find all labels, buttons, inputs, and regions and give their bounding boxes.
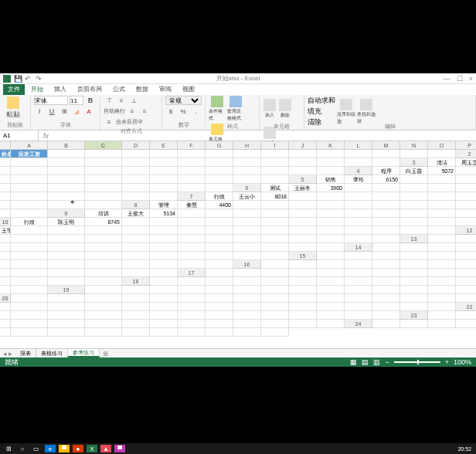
cell-K3[interactable] <box>150 167 178 175</box>
cell-Q17[interactable] <box>85 277 122 286</box>
add-sheet-button[interactable]: ⊕ <box>100 350 112 357</box>
cell-E16[interactable] <box>372 260 400 269</box>
cell-L5[interactable] <box>48 184 85 192</box>
cell-B18[interactable] <box>178 277 206 286</box>
cell-A20[interactable] <box>11 294 48 303</box>
redo-icon[interactable]: ↷ <box>36 75 43 83</box>
cell-H1[interactable] <box>178 150 206 158</box>
cell-J5[interactable] <box>0 184 11 192</box>
cell-C1[interactable]: 应发工资 <box>11 150 48 158</box>
number-format-select[interactable]: 常规 <box>165 96 202 105</box>
cell-A13[interactable] <box>428 235 456 243</box>
cell-C7[interactable]: 8018 <box>261 192 289 201</box>
cell-B20[interactable] <box>48 294 85 303</box>
edge-icon[interactable]: e <box>45 445 56 452</box>
find-select-button[interactable]: 查找和选择 <box>357 99 376 125</box>
cell-D6[interactable] <box>345 184 372 192</box>
tab-insert[interactable]: 插入 <box>49 83 71 95</box>
cell-P14[interactable] <box>233 252 261 260</box>
cell-D9[interactable] <box>178 209 206 218</box>
cell-N21[interactable] <box>345 303 372 311</box>
percent-button[interactable]: % <box>178 107 189 116</box>
cell-P24[interactable] <box>233 328 261 337</box>
cell-G7[interactable] <box>372 192 400 201</box>
cell-H21[interactable] <box>178 303 206 311</box>
cell-Q6[interactable] <box>150 192 178 201</box>
cell-L19[interactable] <box>400 286 428 294</box>
cell-E18[interactable] <box>261 277 289 286</box>
cell-P8[interactable] <box>0 209 11 218</box>
cell-A19[interactable] <box>85 286 122 294</box>
cell-H2[interactable] <box>122 158 150 167</box>
cell-J10[interactable] <box>289 218 317 226</box>
cell-G20[interactable] <box>206 294 233 303</box>
search-icon[interactable]: ○ <box>17 445 28 452</box>
cell-L13[interactable] <box>178 243 206 252</box>
cell-L12[interactable] <box>233 235 261 243</box>
cell-D17[interactable] <box>289 269 317 277</box>
cell-L14[interactable] <box>122 252 150 260</box>
cell-K14[interactable] <box>85 252 122 260</box>
cell-P20[interactable] <box>456 294 476 303</box>
cell-A5[interactable]: 销售 <box>317 175 345 184</box>
cell-N5[interactable] <box>122 184 150 192</box>
cell-D21[interactable] <box>48 303 85 311</box>
cell-A24[interactable] <box>372 320 400 328</box>
col-header-E[interactable]: E <box>150 141 178 150</box>
cell-A8[interactable]: 管理 <box>150 201 178 209</box>
cell-F18[interactable] <box>289 277 317 286</box>
cell-H11[interactable] <box>178 226 206 235</box>
cell-N14[interactable] <box>178 252 206 260</box>
cell-E1[interactable] <box>85 150 122 158</box>
row-header-14[interactable]: 14 <box>345 243 372 252</box>
cell-J7[interactable] <box>456 192 476 201</box>
sheet-tab-3[interactable]: 参考练习 <box>68 349 100 357</box>
close-button[interactable]: × <box>469 75 473 83</box>
cell-M15[interactable] <box>85 260 122 269</box>
cell-N2[interactable] <box>289 158 317 167</box>
cell-P16[interactable] <box>122 269 150 277</box>
cell-Q2[interactable] <box>372 158 400 167</box>
cell-K13[interactable] <box>150 243 178 252</box>
cell-E21[interactable] <box>85 303 122 311</box>
cell-K15[interactable] <box>11 260 48 269</box>
cell-D4[interactable] <box>456 167 476 175</box>
cell-L16[interactable] <box>0 269 11 277</box>
cell-O21[interactable] <box>372 303 400 311</box>
cell-F2[interactable] <box>48 158 85 167</box>
cell-D12[interactable] <box>0 235 11 243</box>
cell-H4[interactable] <box>0 175 11 184</box>
cell-I2[interactable] <box>150 158 178 167</box>
cell-O20[interactable] <box>428 294 456 303</box>
cell-C6[interactable]: 3900 <box>317 184 345 192</box>
cell-N9[interactable] <box>456 209 476 218</box>
col-header-J[interactable]: J <box>289 141 317 150</box>
cell-L20[interactable] <box>345 294 372 303</box>
cell-H12[interactable] <box>122 235 150 243</box>
cell-I11[interactable] <box>206 226 233 235</box>
cell-E12[interactable] <box>11 235 48 243</box>
cell-B11[interactable]: 王宇 <box>0 226 11 235</box>
cell-G10[interactable] <box>206 218 233 226</box>
cell-K22[interactable] <box>206 311 233 320</box>
cell-F9[interactable] <box>233 209 261 218</box>
cell-M2[interactable] <box>261 158 289 167</box>
cell-B9[interactable]: 王俊大 <box>122 209 150 218</box>
cell-J24[interactable] <box>48 328 85 337</box>
col-header-D[interactable]: D <box>122 141 150 150</box>
cell-H18[interactable] <box>345 277 372 286</box>
cell-L11[interactable] <box>289 226 317 235</box>
cell-N11[interactable] <box>345 226 372 235</box>
cell-M12[interactable] <box>261 235 289 243</box>
cell-L10[interactable] <box>345 218 372 226</box>
cell-M1[interactable] <box>317 150 345 158</box>
col-header-F[interactable]: F <box>178 141 206 150</box>
cell-C8[interactable]: 4400 <box>206 201 233 209</box>
cell-I18[interactable] <box>372 277 400 286</box>
cell-P4[interactable] <box>233 175 261 184</box>
cell-F17[interactable] <box>345 269 372 277</box>
row-header-10[interactable]: 10 <box>0 218 11 226</box>
row-header-7[interactable]: 7 <box>178 192 206 201</box>
cell-K12[interactable] <box>206 235 233 243</box>
wrap-button[interactable]: 自动换行 <box>104 107 125 116</box>
